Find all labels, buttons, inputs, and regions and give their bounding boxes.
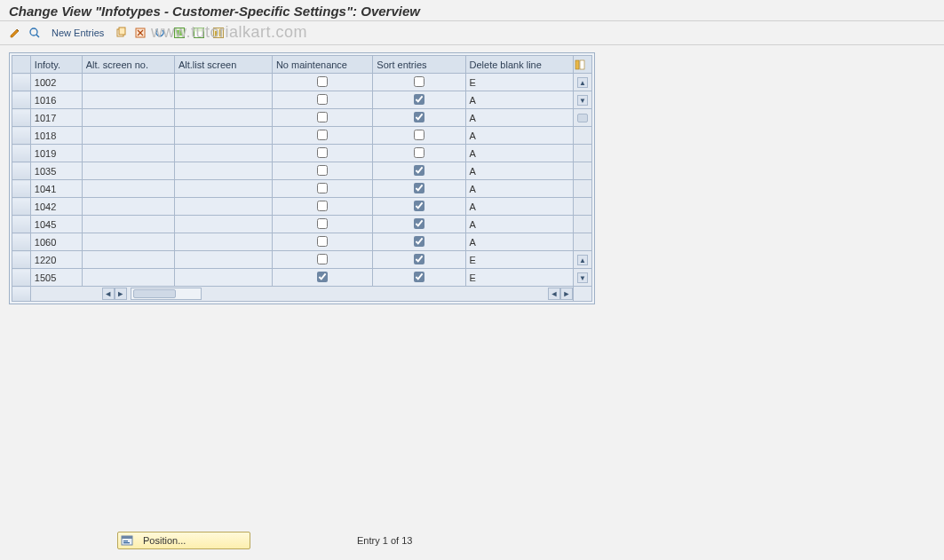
hscroll-track[interactable]	[131, 288, 202, 300]
no-maintenance-checkbox[interactable]	[317, 165, 328, 176]
cell-delete-blank-line[interactable]: A	[465, 162, 574, 180]
sort-entries-checkbox[interactable]	[414, 201, 424, 211]
cell-infoty[interactable]: 1035	[30, 162, 82, 180]
cell-sort-entries[interactable]	[373, 216, 465, 233]
cell-infoty[interactable]: 1041	[30, 180, 82, 198]
scroll-up-end-button[interactable]: ▲	[577, 255, 588, 265]
vscroll-cell[interactable]: ▼	[574, 91, 592, 109]
cell-alt-list-screen[interactable]	[174, 74, 272, 91]
scroll-left-button[interactable]: ◄	[102, 288, 115, 300]
cell-delete-blank-line[interactable]: A	[465, 216, 574, 233]
cell-no-maintenance[interactable]	[272, 127, 372, 145]
no-maintenance-checkbox[interactable]	[317, 183, 328, 193]
cell-alt-list-screen[interactable]	[174, 233, 272, 251]
sort-entries-checkbox[interactable]	[414, 147, 424, 158]
cell-sort-entries[interactable]	[373, 251, 465, 269]
vscroll-cell[interactable]	[574, 198, 592, 216]
row-selector[interactable]	[12, 251, 31, 269]
cell-no-maintenance[interactable]	[272, 251, 372, 269]
cell-sort-entries[interactable]	[373, 74, 465, 91]
cell-no-maintenance[interactable]	[272, 145, 372, 162]
cell-no-maintenance[interactable]	[272, 91, 372, 109]
vscroll-cell[interactable]	[574, 180, 592, 198]
row-selector[interactable]	[12, 145, 31, 162]
cell-sort-entries[interactable]	[373, 91, 465, 109]
cell-alt-list-screen[interactable]	[174, 198, 272, 216]
vscroll-cell[interactable]: ▼	[574, 269, 592, 287]
cell-alt-list-screen[interactable]	[174, 127, 272, 145]
cell-alt-screen-no[interactable]	[82, 269, 174, 287]
row-selector[interactable]	[12, 74, 31, 91]
vscroll-cell[interactable]: ▲	[574, 74, 592, 91]
cell-infoty[interactable]: 1002	[30, 74, 82, 91]
select-all-icon[interactable]	[171, 25, 187, 41]
cell-delete-blank-line[interactable]: A	[465, 180, 574, 198]
select-all-corner[interactable]	[12, 56, 31, 74]
cell-alt-list-screen[interactable]	[174, 251, 272, 269]
cell-no-maintenance[interactable]	[272, 216, 372, 233]
col-infoty[interactable]: Infoty.	[30, 56, 82, 74]
row-selector[interactable]	[12, 127, 31, 145]
sort-entries-checkbox[interactable]	[414, 218, 424, 229]
scroll-down-end-button[interactable]: ▼	[577, 272, 588, 283]
cell-alt-screen-no[interactable]	[82, 198, 174, 216]
cell-no-maintenance[interactable]	[272, 269, 372, 287]
cell-infoty[interactable]: 1505	[30, 269, 82, 287]
vscroll-cell[interactable]	[574, 145, 592, 162]
no-maintenance-checkbox[interactable]	[317, 272, 328, 282]
sort-entries-checkbox[interactable]	[414, 254, 424, 264]
vscroll-cell[interactable]	[574, 162, 592, 180]
cell-infoty[interactable]: 1018	[30, 127, 82, 145]
cell-sort-entries[interactable]	[373, 233, 465, 251]
copy-icon[interactable]	[113, 25, 129, 41]
sort-entries-checkbox[interactable]	[414, 165, 424, 176]
cell-alt-list-screen[interactable]	[174, 162, 272, 180]
cell-alt-screen-no[interactable]	[82, 145, 174, 162]
sort-entries-checkbox[interactable]	[414, 112, 424, 122]
col-alt-screen-no[interactable]: Alt. screen no.	[82, 56, 174, 74]
row-selector[interactable]	[12, 216, 31, 233]
row-selector[interactable]	[12, 269, 31, 287]
cell-no-maintenance[interactable]	[272, 109, 372, 127]
row-selector[interactable]	[12, 198, 31, 216]
vscroll-cell[interactable]	[574, 127, 592, 145]
cell-delete-blank-line[interactable]: A	[465, 109, 574, 127]
col-delete-blank-line[interactable]: Delete blank line	[465, 56, 574, 74]
sort-entries-checkbox[interactable]	[414, 76, 424, 87]
cell-no-maintenance[interactable]	[272, 233, 372, 251]
cell-alt-list-screen[interactable]	[174, 109, 272, 127]
no-maintenance-checkbox[interactable]	[317, 218, 328, 229]
cell-alt-list-screen[interactable]	[174, 216, 272, 233]
cell-alt-screen-no[interactable]	[82, 91, 174, 109]
cell-alt-screen-no[interactable]	[82, 127, 174, 145]
cell-delete-blank-line[interactable]: E	[465, 74, 574, 91]
scroll-down-button[interactable]: ▼	[577, 95, 588, 106]
scroll-right-end-button[interactable]: ►	[560, 288, 573, 300]
vscroll-cell[interactable]	[574, 109, 592, 127]
sort-entries-checkbox[interactable]	[414, 183, 424, 193]
cell-alt-screen-no[interactable]	[82, 216, 174, 233]
cell-sort-entries[interactable]	[373, 109, 465, 127]
cell-alt-screen-no[interactable]	[82, 233, 174, 251]
vscroll-cell[interactable]	[574, 216, 592, 233]
new-entries-button[interactable]: New Entries	[46, 27, 109, 39]
cell-alt-screen-no[interactable]	[82, 109, 174, 127]
cell-sort-entries[interactable]	[373, 162, 465, 180]
no-maintenance-checkbox[interactable]	[317, 76, 328, 87]
cell-delete-blank-line[interactable]: E	[465, 269, 574, 287]
cell-alt-list-screen[interactable]	[174, 269, 272, 287]
vscroll-thumb[interactable]	[577, 114, 588, 122]
cell-alt-screen-no[interactable]	[82, 74, 174, 91]
deselect-all-icon[interactable]	[191, 25, 207, 41]
table-config-button[interactable]	[574, 56, 592, 74]
vscroll-cell[interactable]: ▲	[574, 251, 592, 269]
cell-alt-screen-no[interactable]	[82, 180, 174, 198]
row-selector[interactable]	[12, 162, 31, 180]
cell-infoty[interactable]: 1220	[30, 251, 82, 269]
cell-no-maintenance[interactable]	[272, 162, 372, 180]
row-selector[interactable]	[12, 109, 31, 127]
cell-sort-entries[interactable]	[373, 198, 465, 216]
cell-sort-entries[interactable]	[373, 180, 465, 198]
row-selector[interactable]	[12, 91, 31, 109]
cell-delete-blank-line[interactable]: A	[465, 198, 574, 216]
